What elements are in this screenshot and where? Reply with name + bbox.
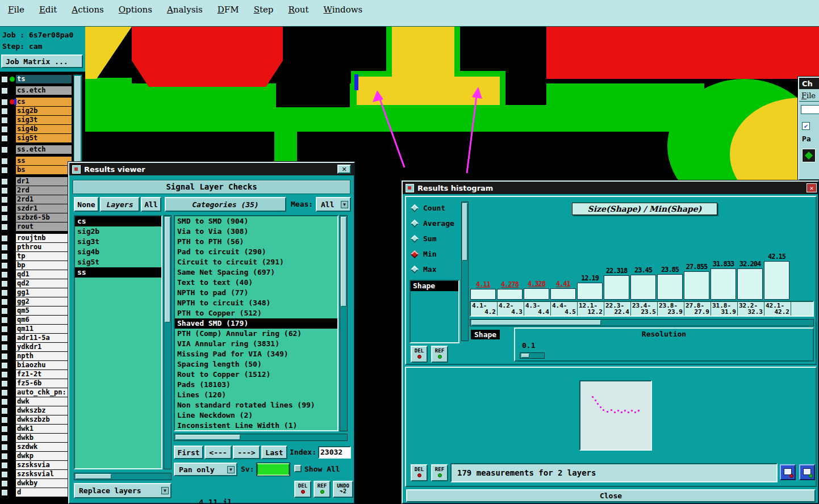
layer-checkbox[interactable] [1, 224, 8, 230]
category-item[interactable]: Non standard rotated lines (99) [175, 400, 337, 410]
menu-item-file[interactable]: File [8, 5, 24, 26]
histogram-bar[interactable] [470, 289, 496, 300]
layer-row-dwkp[interactable]: dwkp [1, 452, 72, 460]
results-layer-item[interactable]: sig3t [75, 237, 161, 247]
layer-row-cs[interactable]: cs [1, 98, 72, 106]
stat-option-max[interactable]: Max [411, 262, 454, 277]
layer-row-rout[interactable]: rout [1, 222, 72, 231]
layer-checkbox[interactable] [1, 262, 8, 269]
category-item[interactable]: Missing Pad for VIA (349) [175, 349, 337, 359]
pan-mode-dropdown[interactable]: Pan only ▼ [174, 463, 237, 476]
none-button[interactable]: None [74, 197, 99, 212]
histogram-bar[interactable] [684, 271, 709, 300]
show-all-checkbox[interactable] [294, 465, 302, 472]
layer-row-fz1-2t[interactable]: fz1-2t [1, 370, 72, 379]
result-window-button-red[interactable] [780, 464, 796, 480]
results-layer-scrollbar[interactable] [164, 215, 172, 469]
categories-button[interactable]: Categories (35) [165, 197, 286, 212]
layer-row-szdwk[interactable]: szdwk [1, 443, 72, 451]
layer-checkbox[interactable] [1, 167, 8, 174]
layer-row-gg2[interactable]: gg2 [1, 297, 72, 306]
result-window-button-green[interactable] [799, 464, 815, 480]
undo-button[interactable]: UNDO ↷2 [333, 481, 353, 498]
scrollbar-thumb[interactable] [471, 320, 601, 325]
layer-checkbox[interactable] [1, 480, 8, 487]
layer-checkbox[interactable] [1, 471, 8, 478]
results-viewer-titlebar[interactable]: Results viewer ✕ [69, 163, 354, 175]
layer-checkbox[interactable] [1, 308, 8, 314]
category-item[interactable]: NPTH to circuit (348) [175, 298, 337, 308]
layer-checkbox[interactable] [1, 417, 8, 423]
histogram-bar[interactable] [550, 288, 576, 300]
scrollbar-thumb[interactable] [165, 217, 170, 322]
layer-row-ts[interactable]: ts [1, 75, 72, 83]
layer-checkbox[interactable] [1, 398, 8, 405]
category-item[interactable]: PTH to Copper (512) [175, 308, 337, 318]
histogram-bar[interactable] [577, 283, 603, 300]
category-item[interactable]: Lines (120) [175, 390, 337, 400]
layer-row-biaozhu[interactable]: biaozhu [1, 361, 72, 369]
layer-row-2rd1[interactable]: 2rd1 [1, 195, 72, 204]
file-menu[interactable]: File [799, 89, 819, 102]
category-item[interactable]: VIA Annular ring (3831) [175, 339, 337, 349]
layer-checkbox[interactable] [1, 362, 8, 369]
scrollbar-thumb[interactable] [176, 435, 240, 440]
layer-row-sig2b[interactable]: sig2b [1, 107, 72, 115]
close-button[interactable]: ✕ [337, 165, 351, 174]
layer-row-ss.etch[interactable]: ss.etch [1, 145, 72, 154]
layer-row-dwkszbzb[interactable]: dwkszbzb [1, 415, 72, 424]
layer-row-szbz6-5b[interactable]: szbz6-5b [1, 213, 72, 222]
category-hscrollbar[interactable] [174, 434, 348, 441]
layer-row-cs.etch[interactable]: cs.etch [1, 86, 72, 95]
layer-row-ydkdr1[interactable]: ydkdr1 [1, 343, 72, 351]
layer-row-sig5t[interactable]: sig5t [1, 134, 72, 142]
layer-checkbox[interactable] [1, 408, 8, 414]
layer-checkbox[interactable] [1, 196, 8, 203]
stat-option-sum[interactable]: Sum [411, 231, 454, 246]
layer-row-auto_chk_pn:[interactable]: auto_chk_pn: [1, 388, 72, 397]
replace-layers-dropdown[interactable]: Replace layers ▼ [74, 483, 172, 498]
layer-row-2rd[interactable]: 2rd [1, 186, 72, 195]
layers-button[interactable]: Layers [100, 197, 140, 212]
category-item[interactable]: Via to Via (308) [175, 226, 337, 237]
results-layer-item[interactable]: ss [75, 267, 161, 278]
layer-list-hscrollbar[interactable] [74, 473, 172, 480]
layer-checkbox[interactable] [1, 389, 8, 396]
layer-checkbox[interactable] [1, 453, 8, 460]
slider-thumb[interactable] [521, 354, 529, 358]
layer-row-roujtnb[interactable]: roujtnb [1, 234, 72, 242]
menu-item-step[interactable]: Step [254, 5, 274, 26]
layer-checkbox[interactable] [1, 289, 8, 296]
layer-checkbox[interactable] [1, 215, 8, 221]
delete-button[interactable]: DEL [411, 346, 428, 363]
scrollbar-thumb[interactable] [341, 217, 346, 306]
histogram-bar[interactable] [657, 274, 683, 300]
layer-row-szsksvial[interactable]: szsksvial [1, 470, 72, 478]
category-item[interactable]: Same Net Spacing (697) [175, 267, 337, 278]
histogram-vscrollbar[interactable] [461, 201, 469, 341]
checked-checkbox[interactable]: ✔ [802, 122, 810, 130]
layer-row-bs[interactable]: bs [1, 166, 72, 174]
layer-checkbox[interactable] [1, 280, 8, 287]
layer-row-sig4b[interactable]: sig4b [1, 125, 72, 133]
scrollbar-thumb[interactable] [76, 474, 111, 479]
layer-checkbox[interactable] [1, 158, 8, 165]
layer-row-npth[interactable]: npth [1, 352, 72, 360]
sv-color-button[interactable] [257, 463, 290, 476]
input-strip[interactable] [801, 105, 819, 114]
histogram-bar[interactable] [711, 268, 736, 300]
layer-row-qm11[interactable]: qm11 [1, 325, 72, 333]
menu-item-options[interactable]: Options [119, 5, 152, 26]
layer-checkbox[interactable] [1, 87, 8, 94]
category-item[interactable]: Rout to Copper (1512) [175, 369, 337, 380]
layer-checkbox[interactable] [1, 178, 8, 185]
reference-button[interactable]: REF [431, 464, 448, 481]
histogram-bar[interactable] [764, 261, 789, 300]
secondary-dialog-titlebar[interactable]: Ch [799, 78, 819, 89]
tool-icon-button[interactable] [802, 149, 816, 162]
prev-button[interactable]: <--- [204, 446, 232, 459]
layer-row-qd1[interactable]: qd1 [1, 270, 72, 279]
menu-item-rout[interactable]: Rout [288, 5, 308, 26]
layer-checkbox[interactable] [1, 380, 8, 387]
layer-row-bp[interactable]: bp [1, 261, 72, 270]
